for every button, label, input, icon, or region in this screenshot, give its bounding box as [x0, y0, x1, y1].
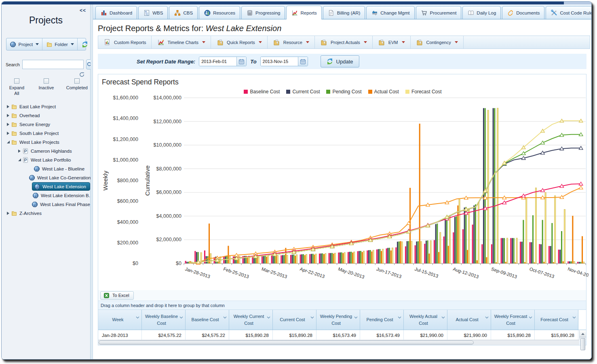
date-to-input[interactable]	[261, 57, 298, 66]
bar[interactable]	[506, 238, 508, 263]
bar[interactable]	[379, 249, 380, 263]
bar[interactable]	[567, 261, 569, 263]
bar[interactable]	[185, 261, 186, 263]
bar[interactable]	[282, 255, 283, 264]
bar[interactable]	[580, 262, 581, 263]
bar[interactable]	[386, 248, 387, 263]
bar[interactable]	[448, 246, 449, 263]
date-from-input[interactable]	[199, 57, 236, 66]
bar[interactable]	[483, 108, 484, 263]
bar[interactable]	[579, 262, 580, 263]
bar[interactable]	[319, 254, 320, 263]
bar[interactable]	[467, 250, 468, 263]
bar[interactable]	[457, 206, 458, 264]
bar[interactable]	[571, 261, 572, 263]
project-actuals-button[interactable]: Project Actuals	[315, 36, 373, 48]
column-header-baseline-cost[interactable]: Baseline Cost	[186, 310, 229, 330]
bar[interactable]	[247, 258, 248, 263]
bar[interactable]	[274, 255, 275, 263]
refresh-tree-button[interactable]	[78, 38, 92, 50]
bar[interactable]	[475, 204, 476, 263]
project-menu-button[interactable]: Project	[6, 38, 43, 50]
bar[interactable]	[194, 251, 196, 263]
column-header-forecast-cost[interactable]: Forecast Cost	[535, 310, 578, 330]
bar[interactable]	[349, 252, 350, 263]
bar[interactable]	[378, 249, 379, 263]
checkbox-expand-all[interactable]	[14, 78, 19, 84]
bar[interactable]	[301, 254, 302, 263]
calendar-icon[interactable]	[298, 57, 308, 66]
bar[interactable]	[577, 262, 578, 263]
bar[interactable]	[359, 251, 360, 263]
column-header-actual-cost[interactable]: Actual Cost	[447, 310, 491, 330]
scroll-up-button[interactable]	[580, 330, 586, 337]
column-header-weekly-current-cost[interactable]: Weekly Current Cost	[229, 310, 273, 330]
bar[interactable]	[352, 252, 353, 263]
tab-cbs[interactable]: CBS	[169, 6, 198, 19]
bar[interactable]	[395, 247, 397, 263]
bar[interactable]	[445, 219, 446, 263]
bar[interactable]	[322, 253, 323, 263]
bar[interactable]	[582, 236, 583, 263]
bar[interactable]	[415, 245, 416, 263]
bar[interactable]	[512, 238, 513, 263]
bar[interactable]	[382, 249, 384, 263]
bar[interactable]	[523, 220, 524, 263]
bar[interactable]	[468, 209, 470, 263]
bar[interactable]	[390, 250, 392, 263]
tab-procurement[interactable]: Procurement	[416, 6, 462, 19]
bar[interactable]	[338, 252, 339, 263]
tree-item-z-archives[interactable]: Z-Archives	[2, 209, 90, 218]
bar[interactable]	[428, 254, 430, 263]
tab-daily-log[interactable]: Daily Log	[462, 6, 501, 19]
bar[interactable]	[376, 249, 378, 263]
column-header-weekly-baseline-cost[interactable]: Weekly Baseline Cost	[142, 310, 186, 330]
bar[interactable]	[559, 250, 561, 263]
bar[interactable]	[426, 241, 427, 263]
bar[interactable]	[435, 224, 437, 263]
bar[interactable]	[520, 242, 521, 263]
bar[interactable]	[312, 254, 314, 263]
bar[interactable]	[430, 241, 431, 263]
column-menu-chevron-icon[interactable]	[179, 314, 183, 321]
tree-item-cameron-highlands[interactable]: PCameron Highlands	[2, 147, 90, 156]
bar[interactable]	[284, 255, 285, 263]
bar[interactable]	[550, 246, 551, 263]
bar[interactable]	[486, 257, 487, 263]
bar[interactable]	[561, 231, 562, 263]
bar[interactable]	[416, 242, 417, 263]
bar[interactable]	[569, 261, 570, 263]
bar[interactable]	[321, 253, 322, 263]
search-input[interactable]	[22, 60, 84, 69]
bar[interactable]	[311, 254, 312, 263]
bar[interactable]	[400, 241, 401, 263]
reload-circle-icon[interactable]	[78, 71, 85, 78]
bar[interactable]	[473, 206, 475, 264]
bar[interactable]	[454, 217, 456, 263]
bar[interactable]	[334, 253, 335, 263]
bar[interactable]	[510, 238, 511, 263]
bar[interactable]	[290, 255, 291, 263]
tree-item-west-lake-blueline[interactable]: West Lake - Blueline	[2, 164, 90, 173]
bar[interactable]	[300, 255, 301, 263]
bar[interactable]	[323, 254, 325, 263]
tree-item-secure-energy[interactable]: Secure Energy	[2, 120, 90, 129]
bar[interactable]	[563, 261, 564, 263]
bar[interactable]	[521, 242, 523, 263]
column-menu-chevron-icon[interactable]	[223, 314, 227, 321]
tree-item-west-lake-extension[interactable]: West Lake Extension	[2, 182, 90, 191]
bar[interactable]	[229, 256, 230, 263]
bar[interactable]	[438, 252, 439, 263]
bar[interactable]	[481, 244, 483, 263]
bar[interactable]	[344, 252, 345, 263]
calendar-icon[interactable]	[236, 57, 246, 66]
bar[interactable]	[516, 238, 517, 263]
bar[interactable]	[583, 262, 584, 263]
bar[interactable]	[501, 238, 502, 263]
bar[interactable]	[266, 257, 267, 263]
bar[interactable]	[314, 255, 315, 263]
tab-progressing[interactable]: Progressing	[241, 6, 285, 19]
column-menu-chevron-icon[interactable]	[310, 314, 314, 321]
column-menu-chevron-icon[interactable]	[136, 314, 139, 321]
bar[interactable]	[496, 262, 497, 263]
